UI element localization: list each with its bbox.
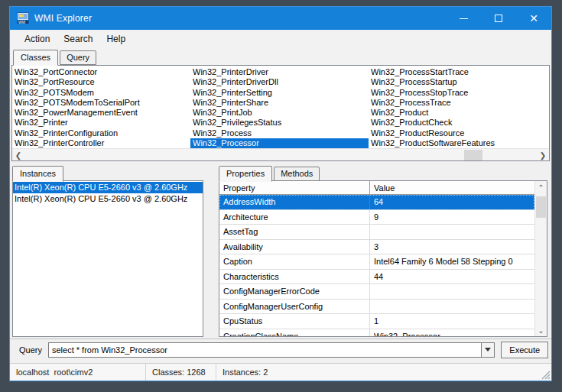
table-row[interactable]: Characteristics44 [219, 270, 534, 285]
table-row[interactable]: Architecture9 [219, 210, 534, 225]
class-item[interactable]: Win32_PrinterDriver [190, 67, 369, 77]
class-item[interactable]: Win32_PrinterConfiguration [12, 128, 190, 138]
table-row[interactable]: ConfigManagerErrorCode [219, 284, 534, 300]
menu-item-search[interactable]: Search [57, 31, 99, 47]
tab-properties[interactable]: Properties [219, 166, 272, 182]
property-value-cell: Intel64 Family 6 Model 58 Stepping 0 [370, 254, 534, 269]
query-label: Query [19, 345, 42, 355]
tab-methods[interactable]: Methods [274, 167, 320, 181]
tab-instances[interactable]: Instances [12, 166, 63, 182]
class-item[interactable]: Win32_Process [190, 128, 369, 138]
table-header-row: PropertyValue [219, 181, 534, 195]
class-item[interactable]: Win32_Product [369, 108, 537, 118]
query-combobox[interactable] [48, 342, 495, 358]
table-row[interactable]: CreationClassNameWin32_Processor [219, 329, 534, 337]
menu-item-action[interactable]: Action [18, 31, 57, 47]
class-item[interactable]: Win32_ProcessStartup [369, 77, 537, 87]
table-row[interactable]: CaptionIntel64 Family 6 Model 58 Steppin… [219, 254, 534, 270]
class-column: Win32_PortConnectorWin32_PortResourceWin… [12, 66, 190, 149]
property-value-cell: 9 [370, 210, 534, 225]
property-name-cell: AddressWidth [219, 195, 370, 209]
class-item[interactable]: Win32_PowerManagementEvent [12, 108, 190, 118]
instances-tabstrip: Instances [12, 167, 65, 181]
properties-table[interactable]: PropertyValueAddressWidth64Architecture9… [219, 181, 534, 336]
chevron-down-icon [485, 348, 491, 352]
class-item[interactable]: Win32_PortConnector [12, 67, 190, 77]
scroll-right-button[interactable]: ❯ [537, 149, 549, 161]
class-item[interactable]: Win32_PortResource [12, 77, 190, 87]
minimize-icon [460, 18, 468, 19]
instance-item[interactable]: Intel(R) Xeon(R) CPU E5-2660 v3 @ 2.60GH… [13, 182, 203, 193]
menu-item-help[interactable]: Help [99, 31, 132, 47]
execute-button[interactable]: Execute [501, 342, 548, 358]
status-panel: localhost root\cimv2 [10, 364, 146, 381]
class-item[interactable]: Win32_PrintJob [190, 108, 369, 118]
property-name-cell: Caption [219, 254, 370, 269]
classes-list[interactable]: Win32_PortConnectorWin32_PortResourceWin… [12, 66, 537, 149]
table-row[interactable]: ConfigManagerUserConfig [219, 300, 534, 315]
window-controls: ✕ [446, 7, 551, 30]
close-button[interactable]: ✕ [516, 7, 551, 30]
class-item[interactable]: Win32_Printer [12, 118, 190, 128]
property-value-cell [370, 225, 534, 239]
scroll-up-button[interactable]: ⌃ [535, 181, 547, 193]
desktop-background: WMI WMI Explorer ✕ ActionSearchHelp Clas… [0, 0, 562, 392]
query-input[interactable] [49, 343, 481, 357]
class-item[interactable]: Win32_ProcessTrace [369, 98, 537, 108]
title-bar[interactable]: WMI WMI Explorer ✕ [10, 7, 551, 30]
window-title: WMI Explorer [34, 13, 92, 24]
class-item[interactable]: Win32_ProcessStopTrace [369, 88, 537, 98]
property-name-cell: Availability [219, 240, 370, 254]
table-row[interactable]: AssetTag [219, 225, 534, 240]
close-icon: ✕ [529, 13, 538, 24]
main-tabstrip: Classes Query [10, 47, 551, 65]
tab-query[interactable]: Query [60, 50, 96, 65]
vertical-scrollbar[interactable]: ⌃ ⌄ [534, 181, 547, 336]
maximize-button[interactable] [481, 7, 516, 30]
status-panel: Classes: 1268 [146, 364, 216, 381]
vertical-scrollbar-thumb[interactable] [536, 196, 546, 218]
tab-classes[interactable]: Classes [13, 50, 58, 66]
query-bar: Query Execute [10, 339, 551, 360]
query-dropdown-button[interactable] [481, 343, 494, 357]
class-item[interactable]: Win32_PrinterShare [190, 98, 369, 108]
instance-item[interactable]: Intel(R) Xeon(R) CPU E5-2660 v3 @ 2.60GH… [13, 193, 203, 205]
horizontal-scrollbar[interactable]: ❮ ❯ [12, 148, 549, 160]
resize-grip[interactable] [541, 370, 551, 380]
class-item[interactable]: Win32_PrinterController [12, 138, 190, 148]
class-item[interactable]: Win32_Processor [190, 138, 369, 148]
class-column: Win32_PrinterDriverWin32_PrinterDriverDl… [190, 66, 369, 149]
class-item[interactable]: Win32_ProductCheck [369, 118, 537, 128]
class-item[interactable]: Win32_PrinterSetting [190, 88, 369, 98]
class-item[interactable]: Win32_ProductSoftwareFeatures [369, 138, 537, 148]
status-bar: localhost root\cimv2Classes: 1268Instanc… [10, 363, 551, 381]
class-item[interactable]: Win32_ProductResource [369, 128, 537, 138]
horizontal-scrollbar-thumb[interactable] [464, 150, 482, 160]
table-row[interactable]: CpuStatus1 [219, 314, 534, 329]
table-row[interactable]: Availability3 [219, 240, 534, 255]
property-value-cell: 3 [370, 240, 534, 254]
status-panel: Instances: 2 [216, 364, 551, 381]
column-header-property[interactable]: Property [219, 181, 370, 194]
minimize-button[interactable] [446, 7, 481, 30]
property-name-cell: ConfigManagerErrorCode [219, 284, 370, 299]
column-header-value[interactable]: Value [370, 181, 534, 194]
class-item[interactable]: Win32_POTSModem [12, 88, 190, 98]
property-name-cell: CreationClassName [219, 329, 370, 337]
class-item[interactable]: Win32_POTSModemToSerialPort [12, 98, 190, 108]
table-row[interactable]: AddressWidth64 [219, 195, 534, 210]
app-icon: WMI [17, 12, 30, 24]
lower-split-area: Instances Intel(R) Xeon(R) CPU E5-2660 v… [10, 161, 551, 339]
class-item[interactable]: Win32_ProcessStartTrace [369, 67, 537, 77]
scroll-down-button[interactable]: ⌄ [535, 324, 547, 336]
property-name-cell: AssetTag [219, 225, 370, 239]
property-name-cell: ConfigManagerUserConfig [219, 300, 370, 314]
detail-tabstrip: Properties Methods [219, 167, 321, 181]
class-item[interactable]: Win32_PrivilegesStatus [190, 118, 369, 128]
class-item[interactable]: Win32_PrinterDriverDll [190, 77, 369, 87]
instances-list[interactable]: Intel(R) Xeon(R) CPU E5-2660 v3 @ 2.60GH… [12, 180, 203, 337]
class-column: Win32_ProcessStartTraceWin32_ProcessStar… [369, 66, 537, 149]
property-value-cell: 1 [370, 314, 534, 329]
svg-text:WMI: WMI [18, 21, 25, 24]
scroll-left-button[interactable]: ❮ [12, 149, 24, 161]
